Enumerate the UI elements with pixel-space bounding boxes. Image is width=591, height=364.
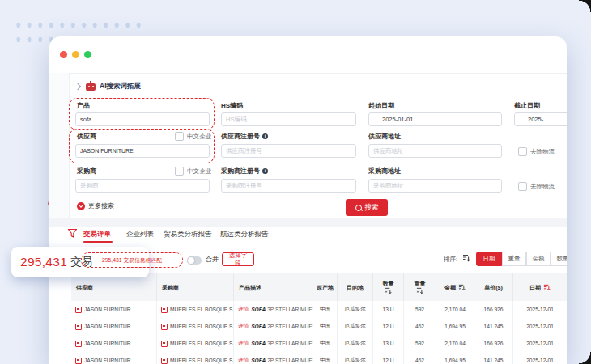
supplier-cell[interactable]: JASON FURNITUR [71, 301, 157, 318]
detail-link[interactable]: 详情 [238, 340, 249, 347]
detail-link[interactable]: 详情 [238, 357, 249, 364]
window-minimize-button[interactable] [72, 51, 79, 58]
amount-cell: 1,694.95 [436, 318, 474, 335]
amount-cell: 2,170.04 [436, 301, 474, 318]
quantity-cell: 13 U [373, 335, 404, 352]
weight-cell: 462 [404, 352, 436, 364]
sort-by-amount-button[interactable]: 金额 [526, 252, 551, 266]
supplier-input[interactable] [75, 144, 210, 158]
filter-funnel-icon[interactable] [68, 229, 77, 238]
sort-by-date-button[interactable]: 日期 [476, 252, 502, 266]
destination-cell: 厄瓜多尔 [338, 352, 373, 364]
company-link-icon [161, 324, 168, 330]
origin-cell: 中国 [313, 318, 338, 335]
checkbox-label: 中文企业 [187, 167, 211, 176]
window-close-button[interactable] [60, 51, 67, 58]
buyer-cell[interactable]: MUEBLES EL BOSQUE S.A [157, 301, 234, 318]
table-header: 供应商 采购商 产品描述 原产地 目的地 数量 重量 金额 单价($) 日期 [71, 273, 567, 301]
screenshot-stage: Tradesparq Tradesparq Tradesparq AI搜索词拓展… [0, 0, 591, 364]
supplier-cell[interactable]: JASON FURNITUR [71, 352, 157, 364]
sort-icon[interactable] [458, 284, 466, 291]
buyer-input[interactable] [75, 179, 210, 193]
product-cell: 详情SOFA3P STELLAR MUE... [234, 335, 313, 352]
info-icon[interactable] [262, 168, 268, 174]
sort-icon[interactable] [385, 287, 392, 294]
buyer-cell[interactable]: MUEBLES EL BOSQUE S.A [157, 352, 234, 364]
header-product-desc[interactable]: 产品描述 [234, 273, 313, 301]
header-origin[interactable]: 原产地 [313, 273, 338, 301]
destination-cell: 厄瓜多尔 [338, 318, 373, 335]
checkbox[interactable] [518, 182, 527, 191]
buyer-chinese-checkbox-row[interactable]: 中文企业 [175, 167, 211, 176]
header-quantity[interactable]: 数量 [373, 273, 404, 301]
checkbox[interactable] [518, 147, 527, 156]
merge-toggle[interactable] [187, 256, 202, 265]
sort-by-quantity-button[interactable]: 数量 [551, 252, 567, 266]
buyer-cell[interactable]: MUEBLES EL BOSQUE S.A [157, 335, 234, 352]
buyer-addr-input[interactable] [368, 179, 502, 193]
supplier-chinese-checkbox-row[interactable]: 中文企业 [175, 132, 211, 141]
screen-corner-decoration [579, 0, 591, 12]
supplier-cell[interactable]: JASON FURNITUR [71, 318, 157, 335]
amount-cell: 2,170.04 [436, 335, 474, 352]
search-icon [355, 205, 362, 211]
checkbox[interactable] [175, 167, 184, 176]
remove-logistics-checkbox-row[interactable]: 去除物流 [518, 182, 555, 191]
end-date-input[interactable] [514, 112, 567, 126]
detail-link[interactable]: 详情 [238, 306, 249, 313]
supplier-addr-input[interactable] [368, 144, 502, 158]
start-date-input[interactable] [368, 112, 502, 126]
unit-price-cell: 141.245 [474, 352, 513, 364]
ai-search-expand-row[interactable]: AI搜索词拓展 [75, 82, 141, 91]
table-row[interactable]: JASON FURNITUR MUEBLES EL BOSQUE S.A 详情S… [71, 335, 567, 353]
table-row[interactable]: JASON FURNITUR MUEBLES EL BOSQUE S.A 详情S… [71, 318, 567, 336]
active-tab-underline [83, 241, 113, 243]
remove-logistics-checkbox-row[interactable]: 去除物流 [518, 147, 555, 156]
sort-icon[interactable] [416, 287, 423, 294]
buyer-label: 采购商 [77, 167, 96, 176]
more-search-toggle[interactable]: 更多搜索 [77, 201, 114, 210]
hs-code-input[interactable] [221, 112, 356, 126]
buyer-reg-input[interactable] [221, 179, 356, 193]
buyer-addr-label: 采购商地址 [368, 167, 401, 176]
weight-cell: 592 [404, 301, 436, 318]
window-maximize-button[interactable] [84, 51, 91, 58]
destination-cell: 厄瓜多尔 [338, 301, 373, 318]
match-count-value: 295,431 [20, 255, 67, 269]
weight-cell: 592 [404, 335, 436, 352]
tab-transaction-details[interactable]: 交易详单 [83, 230, 111, 239]
checkbox-label: 去除物流 [530, 183, 555, 191]
tab-company-list[interactable]: 企业列表 [126, 230, 154, 239]
checkbox[interactable] [175, 132, 184, 141]
header-weight[interactable]: 重量 [404, 273, 436, 301]
table-row[interactable]: JASON FURNITUR MUEBLES EL BOSQUE S.A 详情S… [71, 301, 567, 319]
quantity-cell: 12 U [373, 352, 404, 364]
buyer-cell[interactable]: MUEBLES EL BOSQUE S.A [157, 318, 234, 335]
unit-price-cell: 166.926 [474, 335, 513, 352]
select-fields-button[interactable]: 选择字段 [222, 252, 254, 266]
header-supplier[interactable]: 供应商 [71, 273, 157, 301]
tab-shipping-analysis-report[interactable]: 航运类分析报告 [220, 230, 269, 239]
header-date[interactable]: 日期 [513, 273, 567, 301]
sort-icon-active[interactable] [543, 284, 551, 291]
panel-divider [69, 73, 567, 74]
supplier-cell[interactable]: JASON FURNITUR [71, 335, 157, 352]
info-icon[interactable] [262, 133, 268, 139]
window-controls [60, 51, 91, 58]
table-row[interactable]: JASON FURNITUR MUEBLES EL BOSQUE S.A 详情S… [71, 352, 567, 364]
supplier-reg-input[interactable] [221, 144, 356, 158]
search-button[interactable]: 搜索 [346, 199, 388, 216]
product-input[interactable] [75, 112, 210, 126]
date-cell: 2025-12-01 [513, 352, 567, 364]
product-cell: 详情SOFA3P STELLAR MUE... [234, 301, 313, 318]
tab-trade-analysis-report[interactable]: 贸易类分析报告 [164, 230, 212, 239]
header-unit-price[interactable]: 单价($) [474, 273, 513, 301]
sort-by-weight-button[interactable]: 重量 [502, 252, 526, 266]
section-separator [49, 218, 567, 227]
date-cell: 2025-12-01 [513, 318, 567, 335]
header-destination[interactable]: 目的地 [338, 273, 373, 301]
ai-robot-icon [86, 83, 96, 91]
header-buyer[interactable]: 采购商 [157, 273, 234, 301]
header-amount[interactable]: 金额 [436, 273, 474, 301]
detail-link[interactable]: 详情 [238, 323, 249, 330]
